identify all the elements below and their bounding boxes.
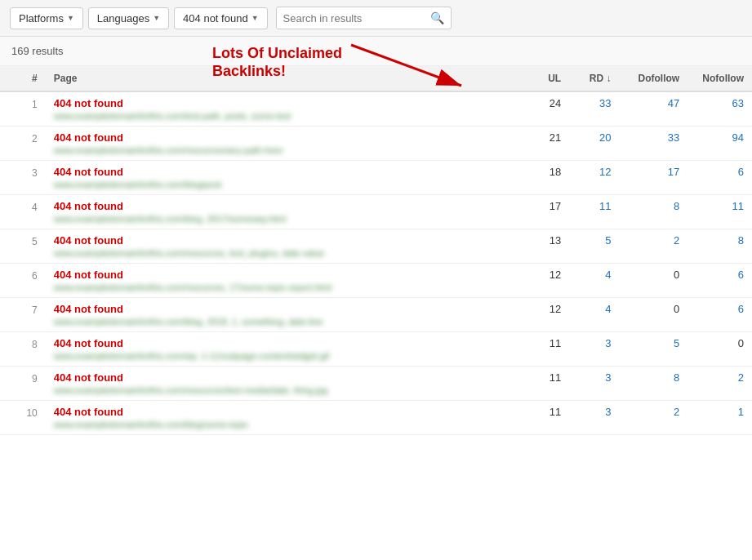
search-box: 🔍 (276, 7, 452, 29)
page-url[interactable]: www.exampledomainforthis.com/resources, … (54, 248, 511, 258)
col-num: # (0, 66, 46, 91)
page-cell: 404 not foundwww.exampledomainforthis.co… (46, 298, 519, 332)
results-bar: 169 results Lots Of Unclaimed Backlinks! (0, 37, 752, 66)
page-title[interactable]: 404 not found (54, 406, 511, 418)
dofollow-value[interactable]: 5 (620, 332, 688, 367)
page-title[interactable]: 404 not found (54, 166, 511, 178)
page-url[interactable]: www.exampledomainforthis.com/resources/a… (54, 145, 511, 155)
page-title[interactable]: 404 not found (54, 303, 511, 315)
languages-dropdown[interactable]: Languages ▼ (88, 7, 169, 29)
search-button[interactable]: 🔍 (424, 7, 451, 29)
page-url[interactable]: www.exampledomainforthis.com/wp, 1-11/su… (54, 351, 511, 361)
nofollow-value[interactable]: 94 (687, 127, 752, 161)
rd-value[interactable]: 3 (569, 367, 619, 401)
page-title[interactable]: 404 not found (54, 269, 511, 281)
page-title[interactable]: 404 not found (54, 97, 511, 109)
page-title[interactable]: 404 not found (54, 200, 511, 212)
results-table: # Page UL RD ↓ Dofollow Nofollow 1404 no… (0, 66, 752, 435)
row-number: 8 (0, 332, 46, 367)
page-url[interactable]: www.exampledomainforthis.com/resources, … (54, 282, 511, 292)
dofollow-value[interactable]: 8 (620, 367, 688, 401)
ul-value: 24 (519, 91, 569, 127)
col-dofollow: Dofollow (620, 66, 688, 91)
rd-value[interactable]: 3 (569, 332, 619, 367)
rd-value[interactable]: 4 (569, 264, 619, 298)
dofollow-value[interactable]: 17 (620, 161, 688, 195)
nofollow-value[interactable]: 63 (687, 91, 752, 127)
page-url[interactable]: www.exampledomainforthis.com/blog, 2018,… (54, 317, 511, 327)
col-rd: RD ↓ (569, 66, 619, 91)
row-number: 2 (0, 127, 46, 161)
nofollow-value[interactable]: 8 (687, 229, 752, 264)
page-url[interactable]: www.exampledomainforthis.com/blog/post (54, 180, 511, 189)
toolbar: Platforms ▼ Languages ▼ 404 not found ▼ … (0, 0, 752, 37)
dofollow-value[interactable]: 2 (620, 401, 688, 435)
page-url[interactable]: www.exampledomainforthis.com/resources/t… (54, 385, 511, 395)
ul-value: 11 (519, 401, 569, 435)
dofollow-value[interactable]: 0 (620, 298, 688, 332)
filter-label: 404 not found (183, 12, 248, 24)
ul-value: 11 (519, 367, 569, 401)
ul-value: 17 (519, 195, 569, 229)
page-cell: 404 not foundwww.exampledomainforthis.co… (46, 161, 519, 195)
table-row: 7404 not foundwww.exampledomainforthis.c… (0, 298, 752, 332)
row-number: 4 (0, 195, 46, 229)
page-cell: 404 not foundwww.exampledomainforthis.co… (46, 195, 519, 229)
table-row: 4404 not foundwww.exampledomainforthis.c… (0, 195, 752, 229)
rd-value[interactable]: 3 (569, 401, 619, 435)
page-title[interactable]: 404 not found (54, 371, 511, 384)
page-cell: 404 not foundwww.exampledomainforthis.co… (46, 332, 519, 367)
rd-value[interactable]: 12 (569, 161, 619, 195)
row-number: 1 (0, 91, 46, 127)
nofollow-value[interactable]: 1 (687, 401, 752, 435)
page-cell: 404 not foundwww.exampledomainforthis.co… (46, 127, 519, 161)
nofollow-value[interactable]: 11 (687, 195, 752, 229)
ul-value: 13 (519, 229, 569, 264)
dofollow-value[interactable]: 33 (620, 127, 688, 161)
table-row: 3404 not foundwww.exampledomainforthis.c… (0, 161, 752, 195)
platforms-caret-icon: ▼ (67, 14, 74, 22)
nofollow-value[interactable]: 0 (687, 332, 752, 367)
page-title[interactable]: 404 not found (54, 337, 511, 349)
table-row: 10404 not foundwww.exampledomainforthis.… (0, 401, 752, 435)
annotation-line1: Lots Of Unclaimed (212, 45, 342, 63)
rd-value[interactable]: 11 (569, 195, 619, 229)
dofollow-value[interactable]: 8 (620, 195, 688, 229)
row-number: 7 (0, 298, 46, 332)
page-url[interactable]: www.exampledomainforthis.com/blog, 2017/… (54, 214, 511, 224)
col-nofollow: Nofollow (687, 66, 752, 91)
page-url[interactable]: www.exampledomainforthis.com/blog/some-t… (54, 420, 511, 429)
languages-caret-icon: ▼ (153, 14, 160, 22)
table-header-row: # Page UL RD ↓ Dofollow Nofollow (0, 66, 752, 91)
results-count: 169 results (11, 45, 64, 57)
nofollow-value[interactable]: 6 (687, 161, 752, 195)
rd-value[interactable]: 4 (569, 298, 619, 332)
rd-value[interactable]: 33 (569, 91, 619, 127)
languages-label: Languages (97, 12, 149, 24)
search-input[interactable] (277, 8, 424, 29)
nofollow-value[interactable]: 6 (687, 298, 752, 332)
row-number: 10 (0, 401, 46, 435)
ul-value: 21 (519, 127, 569, 161)
page-cell: 404 not foundwww.exampledomainforthis.co… (46, 229, 519, 264)
filter-dropdown[interactable]: 404 not found ▼ (174, 7, 267, 29)
nofollow-value[interactable]: 2 (687, 367, 752, 401)
col-page: Page (46, 66, 519, 91)
page-title[interactable]: 404 not found (54, 234, 511, 247)
platforms-dropdown[interactable]: Platforms ▼ (10, 7, 83, 29)
dofollow-value[interactable]: 2 (620, 229, 688, 264)
nofollow-value[interactable]: 6 (687, 264, 752, 298)
table-row: 5404 not foundwww.exampledomainforthis.c… (0, 229, 752, 264)
table-row: 2404 not foundwww.exampledomainforthis.c… (0, 127, 752, 161)
rd-value[interactable]: 20 (569, 127, 619, 161)
rd-value[interactable]: 5 (569, 229, 619, 264)
ul-value: 12 (519, 264, 569, 298)
page-url[interactable]: www.exampledomainforthis.com/test-path, … (54, 111, 511, 121)
dofollow-value[interactable]: 47 (620, 91, 688, 127)
row-number: 5 (0, 229, 46, 264)
table-row: 1404 not foundwww.exampledomainforthis.c… (0, 91, 752, 127)
dofollow-value[interactable]: 0 (620, 264, 688, 298)
page-cell: 404 not foundwww.exampledomainforthis.co… (46, 367, 519, 401)
row-number: 9 (0, 367, 46, 401)
page-title[interactable]: 404 not found (54, 131, 511, 144)
